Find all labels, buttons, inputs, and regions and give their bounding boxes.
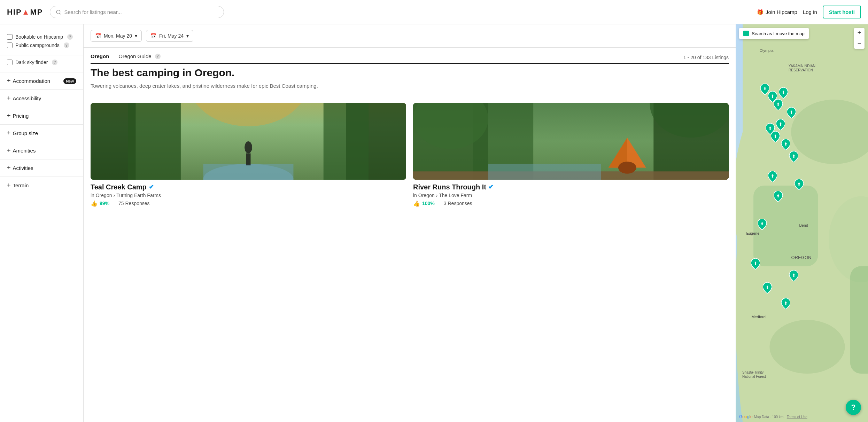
filter-expand-group-size[interactable]: + Group size bbox=[0, 125, 83, 142]
map-pin-7[interactable] bbox=[776, 119, 785, 132]
map-overlay-top: Search as I move the map + − bbox=[739, 28, 865, 49]
filter-label-accommodation: Accommodation bbox=[13, 78, 51, 84]
svg-rect-47 bbox=[785, 303, 786, 305]
listing-rating-0: 👍 99% — 75 Responses bbox=[91, 200, 406, 207]
map-label-eugene: Eugene bbox=[746, 231, 759, 235]
pin-svg-14 bbox=[751, 258, 760, 269]
listing-name-1: River Runs Through It bbox=[413, 183, 486, 191]
svg-rect-39 bbox=[793, 156, 795, 158]
search-move-checkbox-icon bbox=[743, 31, 749, 36]
svg-rect-34 bbox=[791, 112, 792, 114]
filter-label-group-size: Group size bbox=[13, 130, 38, 136]
plus-icon-accommodation: + bbox=[7, 77, 11, 85]
svg-rect-46 bbox=[793, 275, 795, 277]
filter-expand-amenities[interactable]: + Amenities bbox=[0, 142, 83, 159]
search-as-move-checkbox[interactable]: Search as I move the map bbox=[739, 28, 809, 39]
map-pin-9[interactable] bbox=[789, 151, 798, 164]
end-date-picker[interactable]: 📅 Fri, May 24 ▾ bbox=[146, 30, 193, 42]
logo[interactable]: HIP▲MP bbox=[7, 8, 43, 17]
pin-svg-11 bbox=[774, 191, 783, 202]
map-pin-13[interactable] bbox=[758, 219, 767, 231]
svg-rect-32 bbox=[777, 104, 778, 106]
public-camps-help-icon[interactable]: ? bbox=[64, 42, 69, 48]
pin-svg-16 bbox=[789, 270, 798, 281]
date-filters: 📅 Mon, May 20 ▾ 📅 Fri, May 24 ▾ bbox=[84, 24, 736, 48]
dark-sky-checkbox-row[interactable]: Dark sky finder ? bbox=[7, 60, 76, 65]
map-container[interactable]: Olympia YAKAMA INDIANRESERVATION Eugene … bbox=[736, 24, 868, 422]
listing-card-0[interactable]: Teal Creek Camp ✔ in Oregon › Turning Ea… bbox=[91, 103, 406, 207]
svg-rect-11 bbox=[246, 153, 251, 165]
search-move-label: Search as I move the map bbox=[752, 31, 805, 36]
dark-sky-checkbox[interactable] bbox=[7, 60, 13, 65]
public-camps-checkbox[interactable] bbox=[7, 42, 13, 48]
pin-svg-4 bbox=[787, 107, 796, 118]
public-camps-checkbox-row[interactable]: Public campgrounds ? bbox=[7, 42, 76, 48]
gift-icon: 🎁 bbox=[757, 9, 764, 15]
svg-rect-21 bbox=[488, 164, 601, 179]
filter-expand-terrain[interactable]: + Terrain bbox=[0, 177, 83, 194]
start-hosting-button[interactable]: Start hosti bbox=[823, 6, 861, 18]
map-pin-15[interactable] bbox=[763, 282, 772, 295]
map-pin-4[interactable] bbox=[787, 107, 796, 120]
header-right: 🎁 Join Hipcamp Log in Start hosti bbox=[757, 6, 861, 18]
listing-region-1: in Oregon bbox=[413, 193, 434, 198]
map-pin-3[interactable] bbox=[779, 87, 788, 100]
map-pin-10[interactable] bbox=[768, 171, 777, 183]
end-date-chevron: ▾ bbox=[186, 33, 189, 39]
map-pin-14[interactable] bbox=[751, 258, 760, 271]
location-arrow-0: › bbox=[113, 193, 115, 198]
map-pin-12[interactable] bbox=[795, 179, 804, 192]
dark-sky-section: Dark sky finder ? bbox=[0, 55, 83, 72]
map-pin-8[interactable] bbox=[781, 139, 790, 151]
filter-expand-activities[interactable]: + Activities bbox=[0, 159, 83, 177]
listing-rating-1: 👍 100% — 3 Responses bbox=[413, 200, 729, 207]
map-label-olympia: Olympia bbox=[759, 48, 773, 53]
search-icon bbox=[56, 9, 61, 15]
filter-expand-pricing[interactable]: + Pricing bbox=[0, 107, 83, 125]
map-pin-16[interactable] bbox=[789, 270, 798, 283]
map-pin-17[interactable] bbox=[781, 298, 790, 311]
bookable-help-icon[interactable]: ? bbox=[67, 34, 73, 40]
bookable-label: Bookable on Hipcamp bbox=[15, 34, 63, 40]
pin-svg-6 bbox=[771, 131, 780, 142]
listing-image-1 bbox=[413, 103, 729, 180]
pin-svg-17 bbox=[781, 298, 790, 309]
listing-title-0: Teal Creek Camp ✔ bbox=[91, 183, 406, 191]
start-date-picker[interactable]: 📅 Mon, May 20 ▾ bbox=[91, 30, 142, 42]
join-button[interactable]: 🎁 Join Hipcamp bbox=[757, 9, 797, 15]
plus-icon-activities: + bbox=[7, 164, 11, 172]
filter-expand-accommodation[interactable]: + Accommodation New bbox=[0, 72, 83, 90]
filter-expand-accessibility[interactable]: + Accessibility bbox=[0, 90, 83, 107]
bookable-checkbox[interactable] bbox=[7, 34, 13, 40]
dark-sky-help-icon[interactable]: ? bbox=[52, 60, 57, 65]
svg-rect-36 bbox=[775, 136, 776, 138]
svg-line-1 bbox=[60, 13, 61, 14]
terms-of-use[interactable]: Terms of Use bbox=[787, 415, 807, 419]
zoom-out-icon: − bbox=[858, 40, 861, 47]
guide-help-icon[interactable]: ? bbox=[155, 54, 161, 59]
svg-rect-35 bbox=[769, 128, 770, 130]
map-pin-2[interactable] bbox=[774, 99, 783, 112]
search-placeholder: Search for listings near... bbox=[64, 9, 122, 15]
bookable-checkbox-row[interactable]: Bookable on Hipcamp ? bbox=[7, 34, 76, 40]
svg-rect-43 bbox=[762, 224, 763, 225]
plus-icon-amenities: + bbox=[7, 147, 11, 154]
map-pin-6[interactable] bbox=[771, 131, 780, 144]
listing-card-1[interactable]: River Runs Through It ✔ in Oregon › The … bbox=[413, 103, 729, 207]
search-bar[interactable]: Search for listings near... bbox=[50, 6, 224, 18]
rating-responses-0: — bbox=[111, 201, 116, 206]
rating-percent-0: 99% bbox=[100, 201, 109, 206]
zoom-out-button[interactable]: − bbox=[854, 38, 865, 49]
breadcrumb: Oregon — Oregon Guide ? bbox=[91, 53, 161, 59]
svg-point-0 bbox=[56, 10, 60, 14]
zoom-in-button[interactable]: + bbox=[854, 28, 865, 38]
rating-percent-1: 100% bbox=[422, 201, 435, 206]
map-pin-11[interactable] bbox=[774, 191, 783, 203]
help-button[interactable]: ? bbox=[846, 400, 861, 415]
plus-icon-accessibility: + bbox=[7, 95, 11, 102]
svg-rect-33 bbox=[783, 92, 784, 94]
google-label: Google bbox=[739, 414, 753, 419]
filter-label-amenities: Amenities bbox=[13, 148, 36, 154]
end-date-label: Fri, May 24 bbox=[159, 33, 184, 39]
login-button[interactable]: Log in bbox=[803, 9, 817, 15]
